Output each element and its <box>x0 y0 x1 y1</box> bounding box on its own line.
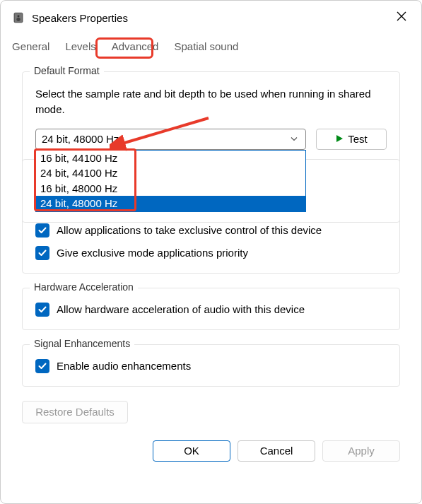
tab-advanced[interactable]: Advanced <box>110 37 160 57</box>
svg-point-1 <box>18 15 20 17</box>
format-select[interactable]: 24 bit, 48000 Hz <box>35 129 306 150</box>
format-select-wrap: 24 bit, 48000 Hz 16 bit, 44100 Hz 24 bit… <box>35 129 306 150</box>
checkbox-exclusive-priority[interactable] <box>35 246 49 260</box>
checkbox-hardware-accel[interactable] <box>35 303 49 317</box>
label-audio-enhancements: Enable audio enhancements <box>57 360 191 372</box>
checkbox-audio-enhancements[interactable] <box>35 359 49 373</box>
label-exclusive-priority: Give exclusive mode applications priorit… <box>57 247 248 259</box>
group-label-hardware-accel: Hardware Acceleration <box>30 281 138 293</box>
test-button[interactable]: Test <box>316 129 387 150</box>
content-area: Default Format Select the sample rate an… <box>1 57 421 433</box>
format-select-value: 24 bit, 48000 Hz <box>42 133 119 145</box>
format-row: 24 bit, 48000 Hz 16 bit, 44100 Hz 24 bit… <box>35 129 387 150</box>
group-label-default-format: Default Format <box>30 65 104 76</box>
titlebar: Speakers Properties <box>1 1 421 32</box>
footer-buttons: OK Cancel Apply <box>1 433 421 479</box>
format-option-0[interactable]: 16 bit, 44100 Hz <box>36 151 305 166</box>
cancel-button[interactable]: Cancel <box>238 440 315 462</box>
restore-defaults-button: Restore Defaults <box>22 401 128 423</box>
play-icon <box>335 133 344 145</box>
window-title: Speakers Properties <box>32 12 392 24</box>
group-hardware-acceleration: Hardware Acceleration Allow hardware acc… <box>22 288 400 330</box>
tab-general[interactable]: General <box>11 37 51 57</box>
format-option-2[interactable]: 16 bit, 48000 Hz <box>36 181 305 197</box>
close-button[interactable] <box>392 8 411 28</box>
label-exclusive-control: Allow applications to take exclusive con… <box>57 224 322 236</box>
group-label-signal-enhancements: Signal Enhancements <box>30 338 134 349</box>
format-option-3[interactable]: 24 bit, 48000 Hz <box>36 196 305 211</box>
tab-spatial-sound[interactable]: Spatial sound <box>172 37 240 57</box>
tab-bar: General Levels Advanced Spatial sound <box>1 32 421 57</box>
apply-button: Apply <box>322 440 400 462</box>
format-option-1[interactable]: 24 bit, 44100 Hz <box>36 165 305 181</box>
checkbox-exclusive-control[interactable] <box>35 223 49 238</box>
group-signal-enhancements: Signal Enhancements Enable audio enhance… <box>22 344 400 387</box>
tab-levels[interactable]: Levels <box>64 37 97 57</box>
test-button-label: Test <box>348 133 368 145</box>
chevron-down-icon <box>290 133 298 145</box>
format-dropdown: 16 bit, 44100 Hz 24 bit, 44100 Hz 16 bit… <box>35 150 306 212</box>
ok-button[interactable]: OK <box>153 440 230 462</box>
default-format-description: Select the sample rate and bit depth to … <box>35 86 387 117</box>
label-hardware-accel: Allow hardware acceleration of audio wit… <box>57 303 305 315</box>
svg-point-2 <box>16 18 20 21</box>
close-icon <box>396 11 407 25</box>
speaker-icon <box>12 11 25 24</box>
